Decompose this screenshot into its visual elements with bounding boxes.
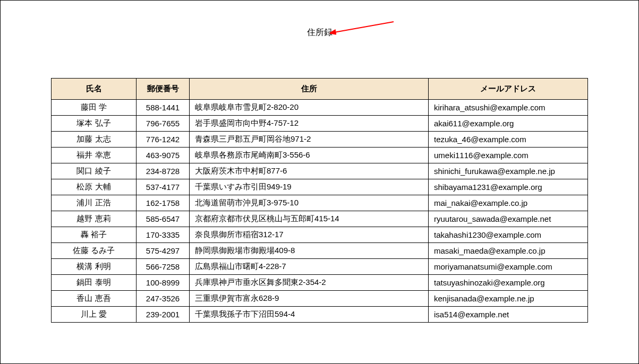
cell-zip: 776-1242 — [137, 132, 190, 148]
cell-zip: 585-6547 — [137, 211, 190, 227]
cell-name: 松原 大輔 — [52, 179, 137, 195]
cell-name: 福井 幸恵 — [52, 148, 137, 163]
title-area: 住所録 — [1, 1, 638, 38]
cell-email: akai611@example.org — [429, 116, 588, 132]
cell-addr: 岩手県盛岡市向中野4-757-12 — [190, 116, 429, 132]
cell-addr: 千葉県我孫子市下沼田594-4 — [190, 307, 429, 323]
cell-addr: 岐阜県各務原市尾崎南町3-556-6 — [190, 148, 429, 163]
cell-name: 鍋田 泰明 — [52, 275, 137, 291]
table-container: 氏名 郵便番号 住所 メールアドレス 藤田 学588-1441岐阜県岐阜市雪見町… — [1, 38, 638, 323]
cell-email: mai_nakai@example.co.jp — [429, 195, 588, 211]
cell-zip: 537-4177 — [137, 179, 190, 195]
cell-name: 塚本 弘子 — [52, 116, 137, 132]
page-title: 住所録 — [307, 27, 333, 38]
cell-zip: 463-9075 — [137, 148, 190, 163]
table-row: 佐藤 るみ子575-4297静岡県御殿場市御殿場409-8masaki_maed… — [52, 243, 588, 259]
cell-email: umeki1116@example.com — [429, 148, 588, 163]
cell-name: 藤田 学 — [52, 100, 137, 116]
cell-addr: 広島県福山市曙町4-228-7 — [190, 259, 429, 275]
cell-addr: 静岡県御殿場市御殿場409-8 — [190, 243, 429, 259]
cell-addr: 京都府京都市伏見区桃山与五郎町415-14 — [190, 211, 429, 227]
table-row: 浦川 正浩162-1758北海道留萌市沖見町3-975-10mai_nakai@… — [52, 195, 588, 211]
cell-zip: 796-7655 — [137, 116, 190, 132]
cell-name: 横溝 利明 — [52, 259, 137, 275]
cell-email: masaki_maeda@example.co.jp — [429, 243, 588, 259]
table-row: 越野 恵莉585-6547京都府京都市伏見区桃山与五郎町415-14ryuuta… — [52, 211, 588, 227]
cell-zip: 575-4297 — [137, 243, 190, 259]
cell-addr: 奈良県御所市稲宿312-17 — [190, 227, 429, 243]
table-row: 藤田 学588-1441岐阜県岐阜市雪見町2-820-20kirihara_at… — [52, 100, 588, 116]
cell-name: 浦川 正浩 — [52, 195, 137, 211]
table-row: 福井 幸恵463-9075岐阜県各務原市尾崎南町3-556-6umeki1116… — [52, 148, 588, 163]
table-row: 加藤 太志776-1242青森県三戸郡五戸町岡谷地971-2tezuka_46@… — [52, 132, 588, 148]
table-row: 松原 大輔537-4177千葉県いすみ市引田949-19shibayama123… — [52, 179, 588, 195]
cell-email: isa514@example.net — [429, 307, 588, 323]
cell-addr: 岐阜県岐阜市雪見町2-820-20 — [190, 100, 429, 116]
cell-addr: 大阪府茨木市中村町877-6 — [190, 163, 429, 179]
table-body: 藤田 学588-1441岐阜県岐阜市雪見町2-820-20kirihara_at… — [52, 100, 588, 323]
cell-email: moriyamanatsumi@example.com — [429, 259, 588, 275]
cell-email: shibayama1231@example.org — [429, 179, 588, 195]
cell-email: kenjisanada@example.ne.jp — [429, 291, 588, 307]
cell-name: 川上 愛 — [52, 307, 137, 323]
cell-email: shinichi_furukawa@example.ne.jp — [429, 163, 588, 179]
table-row: 横溝 利明566-7258広島県福山市曙町4-228-7moriyamanats… — [52, 259, 588, 275]
cell-zip: 239-2001 — [137, 307, 190, 323]
cell-name: 香山 恵吾 — [52, 291, 137, 307]
cell-addr: 兵庫県神戸市垂水区舞多聞東2-354-2 — [190, 275, 429, 291]
cell-email: tezuka_46@example.com — [429, 132, 588, 148]
cell-zip: 588-1441 — [137, 100, 190, 116]
cell-addr: 青森県三戸郡五戸町岡谷地971-2 — [190, 132, 429, 148]
annotation-arrow-icon — [330, 19, 404, 40]
header-addr: 住所 — [190, 79, 429, 100]
cell-zip: 247-3526 — [137, 291, 190, 307]
address-book-table: 氏名 郵便番号 住所 メールアドレス 藤田 学588-1441岐阜県岐阜市雪見町… — [51, 78, 588, 323]
cell-zip: 566-7258 — [137, 259, 190, 275]
cell-name: 轟 裕子 — [52, 227, 137, 243]
cell-email: ryuutarou_sawada@example.net — [429, 211, 588, 227]
cell-name: 加藤 太志 — [52, 132, 137, 148]
table-header-row: 氏名 郵便番号 住所 メールアドレス — [52, 79, 588, 100]
table-row: 関口 綾子234-8728大阪府茨木市中村町877-6shinichi_furu… — [52, 163, 588, 179]
table-row: 香山 恵吾247-3526三重県伊賀市富永628-9kenjisanada@ex… — [52, 291, 588, 307]
cell-name: 関口 綾子 — [52, 163, 137, 179]
cell-zip: 100-8999 — [137, 275, 190, 291]
table-row: 轟 裕子170-3335奈良県御所市稲宿312-17takahashi1230@… — [52, 227, 588, 243]
cell-zip: 170-3335 — [137, 227, 190, 243]
svg-line-0 — [334, 22, 394, 32]
table-row: 塚本 弘子796-7655岩手県盛岡市向中野4-757-12akai611@ex… — [52, 116, 588, 132]
cell-addr: 三重県伊賀市富永628-9 — [190, 291, 429, 307]
cell-name: 佐藤 るみ子 — [52, 243, 137, 259]
header-zip: 郵便番号 — [137, 79, 190, 100]
table-row: 川上 愛239-2001千葉県我孫子市下沼田594-4isa514@exampl… — [52, 307, 588, 323]
cell-zip: 234-8728 — [137, 163, 190, 179]
cell-email: kirihara_atsushi@example.com — [429, 100, 588, 116]
header-email: メールアドレス — [429, 79, 588, 100]
cell-addr: 北海道留萌市沖見町3-975-10 — [190, 195, 429, 211]
cell-name: 越野 恵莉 — [52, 211, 137, 227]
cell-zip: 162-1758 — [137, 195, 190, 211]
header-name: 氏名 — [52, 79, 137, 100]
cell-email: tatsuyashinozaki@example.org — [429, 275, 588, 291]
cell-email: takahashi1230@example.com — [429, 227, 588, 243]
cell-addr: 千葉県いすみ市引田949-19 — [190, 179, 429, 195]
table-row: 鍋田 泰明100-8999兵庫県神戸市垂水区舞多聞東2-354-2tatsuya… — [52, 275, 588, 291]
